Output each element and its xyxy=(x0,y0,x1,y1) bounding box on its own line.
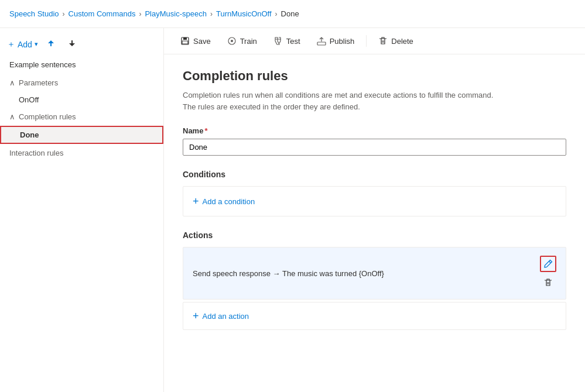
train-button[interactable]: Train xyxy=(220,33,264,49)
pencil-icon xyxy=(543,259,553,269)
delete-action-button[interactable] xyxy=(540,274,556,291)
plus-icon-action: + xyxy=(193,311,199,321)
train-icon xyxy=(227,36,237,46)
test-label: Test xyxy=(286,37,300,46)
sidebar-item-interaction-rules[interactable]: Interaction rules xyxy=(0,144,163,162)
chevron-up-icon: ∧ xyxy=(9,78,15,87)
svg-point-4 xyxy=(231,40,233,42)
chevron-up-icon-2: ∧ xyxy=(9,112,15,121)
chevron-down-icon: ▾ xyxy=(35,40,38,48)
parameters-label: Parameters xyxy=(19,78,58,87)
add-button[interactable]: ＋ Add ▾ xyxy=(7,39,38,50)
action-row: Send speech response → The music was tur… xyxy=(183,247,566,300)
save-button[interactable]: Save xyxy=(173,33,218,49)
breadcrumb-custom-commands[interactable]: Custom Commands xyxy=(69,9,136,18)
move-down-button[interactable] xyxy=(64,37,80,51)
publish-button[interactable]: Publish xyxy=(310,33,362,49)
add-action-label: Add an action xyxy=(203,312,249,321)
action-text: Send speech response → The music was tur… xyxy=(193,269,384,278)
arrow-down-icon xyxy=(67,39,77,48)
breadcrumb-sep-3: › xyxy=(210,10,213,18)
move-up-button[interactable] xyxy=(43,37,59,51)
plus-icon-condition: + xyxy=(193,196,199,207)
sidebar: ＋ Add ▾ Example sentences ∧ Parameters O… xyxy=(0,28,164,392)
test-icon xyxy=(273,36,283,46)
sidebar-item-example-sentences[interactable]: Example sentences xyxy=(0,56,163,74)
sidebar-item-onoff[interactable]: OnOff xyxy=(0,92,163,108)
sidebar-item-done[interactable]: Done xyxy=(0,126,163,144)
edit-action-button[interactable] xyxy=(540,256,556,272)
sidebar-top-actions: ＋ Add ▾ xyxy=(0,33,163,56)
sidebar-group-completion-rules: ∧ Completion rules xyxy=(0,108,163,126)
add-condition-button[interactable]: + Add a condition xyxy=(193,196,255,207)
content-body: Completion rules Completion rules run wh… xyxy=(164,54,585,344)
breadcrumb-bar: Speech Studio › Custom Commands › PlayMu… xyxy=(0,0,585,28)
sidebar-group-parameters: ∧ Parameters xyxy=(0,74,163,92)
svg-rect-2 xyxy=(182,41,188,44)
add-condition-label: Add a condition xyxy=(203,197,255,206)
svg-line-9 xyxy=(549,262,551,263)
main-layout: ＋ Add ▾ Example sentences ∧ Parameters O… xyxy=(0,28,585,392)
actions-title: Actions xyxy=(183,231,566,240)
add-action-button[interactable]: + Add an action xyxy=(193,311,249,321)
name-input[interactable] xyxy=(183,139,566,156)
conditions-title: Conditions xyxy=(183,170,566,179)
name-section: Name* xyxy=(183,126,566,156)
publish-icon xyxy=(317,36,326,46)
add-action-area: + Add an action xyxy=(183,302,566,330)
actions-area: Actions Send speech response → The music… xyxy=(183,231,566,330)
conditions-box: + Add a condition xyxy=(183,186,566,216)
required-star: * xyxy=(204,126,207,135)
breadcrumb-playmusic[interactable]: PlayMusic-speech xyxy=(145,9,207,18)
toolbar: Save Train Test xyxy=(164,28,585,54)
svg-rect-6 xyxy=(317,42,326,45)
delete-icon xyxy=(378,36,388,46)
completion-rules-label: Completion rules xyxy=(19,112,76,121)
breadcrumb-sep-4: › xyxy=(275,10,278,18)
train-label: Train xyxy=(240,37,257,46)
breadcrumb-sep-1: › xyxy=(63,10,65,18)
add-label: Add xyxy=(18,40,32,49)
publish-label: Publish xyxy=(330,37,355,46)
save-label: Save xyxy=(193,37,211,46)
breadcrumb-sep-2: › xyxy=(139,10,141,18)
arrow-up-icon xyxy=(46,39,56,48)
toolbar-divider xyxy=(366,35,367,47)
trash-icon xyxy=(543,278,553,287)
content-area: Save Train Test xyxy=(164,28,585,392)
breadcrumb-turnmusic[interactable]: TurnMusicOnOff xyxy=(216,9,272,18)
action-icons xyxy=(540,256,556,291)
breadcrumb-speech-studio[interactable]: Speech Studio xyxy=(9,9,59,18)
page-description: Completion rules run when all conditions… xyxy=(183,90,566,112)
breadcrumb-done: Done xyxy=(281,9,299,18)
delete-label: Delete xyxy=(391,37,413,46)
save-icon xyxy=(180,36,190,46)
test-button[interactable]: Test xyxy=(266,33,307,49)
page-title: Completion rules xyxy=(183,68,566,84)
svg-rect-1 xyxy=(183,37,187,40)
delete-button[interactable]: Delete xyxy=(371,33,420,49)
name-label: Name* xyxy=(183,126,566,135)
plus-icon: ＋ xyxy=(7,39,15,50)
